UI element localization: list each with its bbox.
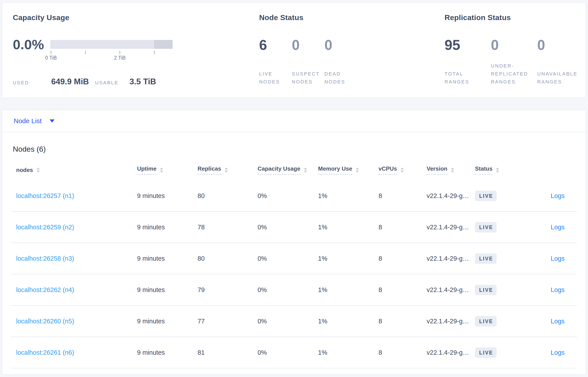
- capacity-used-percent: 0.0%: [13, 37, 46, 52]
- axis-tick-label: 0 TiB: [45, 55, 57, 61]
- node-status-panel: Node Status 6 LIVE NODES 0 SUSPECT NODES…: [259, 13, 445, 98]
- logs-link[interactable]: Logs: [551, 192, 564, 199]
- node-link[interactable]: localhost:26260 (n5): [16, 318, 74, 325]
- memory-cell: 1%: [318, 349, 378, 356]
- capacity-cell: 0%: [258, 255, 318, 262]
- column-header-vcpus[interactable]: vCPUs: [378, 165, 427, 175]
- column-header-replicas[interactable]: Replicas: [198, 165, 258, 175]
- memory-cell: 1%: [318, 286, 378, 294]
- status-badge: LIVE: [475, 347, 497, 358]
- capacity-cell: 0%: [258, 318, 318, 325]
- replicas-cell: 79: [198, 286, 258, 294]
- capacity-bar-reserved: [154, 40, 173, 49]
- sort-icon: [160, 167, 163, 173]
- status-badge: LIVE: [475, 285, 497, 295]
- live-nodes-value: 6: [259, 37, 292, 53]
- logs-link[interactable]: Logs: [551, 224, 564, 231]
- memory-cell: 1%: [318, 255, 378, 262]
- node-list-dropdown[interactable]: Node List: [14, 117, 55, 125]
- axis-tick: [154, 51, 154, 54]
- logs-link[interactable]: Logs: [551, 318, 564, 325]
- total-ranges-value: 95: [445, 37, 488, 53]
- vcpus-cell: 8: [378, 349, 427, 356]
- caret-down-icon: [50, 119, 55, 122]
- axis-tick: [85, 51, 86, 54]
- vcpus-cell: 8: [378, 255, 427, 262]
- replicas-cell: 80: [198, 255, 258, 262]
- unavailable-ranges-label: UNAVAILABLE RANGES: [537, 70, 580, 86]
- dead-nodes-value: 0: [324, 37, 357, 53]
- column-header-status[interactable]: Status: [475, 165, 526, 175]
- capacity-cell: 0%: [258, 224, 318, 231]
- total-ranges-label: TOTAL RANGES: [445, 70, 488, 86]
- uptime-cell: 9 minutes: [137, 349, 198, 356]
- logs-link[interactable]: Logs: [551, 349, 564, 356]
- node-list-dropdown-label: Node List: [14, 117, 42, 125]
- column-header-memory-use[interactable]: Memory Use: [318, 165, 378, 175]
- capacity-cell: 0%: [258, 192, 318, 200]
- node-list-card: Node List Nodes (6) nodes Uptime Replica…: [2, 110, 586, 375]
- under-replicated-ranges-stat: 0 UNDER-REPLICATED RANGES: [491, 37, 537, 86]
- replication-status-stats: 95 TOTAL RANGES 0 UNDER-REPLICATED RANGE…: [445, 37, 586, 86]
- vcpus-cell: 8: [378, 224, 427, 231]
- nodes-table-header-row: nodes Uptime Replicas Capacity Usage Mem…: [11, 160, 577, 180]
- column-header-nodes[interactable]: nodes: [11, 167, 137, 174]
- sort-icon: [304, 167, 307, 173]
- vcpus-cell: 8: [378, 318, 427, 325]
- node-link[interactable]: localhost:26257 (n1): [16, 192, 74, 199]
- replicas-cell: 81: [198, 349, 258, 356]
- node-status-title: Node Status: [259, 13, 445, 22]
- uptime-cell: 9 minutes: [137, 286, 198, 294]
- node-link[interactable]: localhost:26261 (n6): [16, 349, 74, 356]
- dead-nodes-label: DEAD NODES: [324, 70, 357, 86]
- usable-value: 3.5 TiB: [129, 77, 156, 86]
- vcpus-cell: 8: [378, 286, 427, 294]
- column-header-version[interactable]: Version: [427, 165, 475, 175]
- axis-tick: [51, 51, 51, 54]
- column-header-capacity-usage[interactable]: Capacity Usage: [258, 165, 318, 175]
- replication-status-title: Replication Status: [445, 13, 586, 22]
- sort-icon: [356, 167, 359, 173]
- table-row: localhost:26261 (n6) 9 minutes 81 0% 1% …: [11, 337, 577, 368]
- cluster-summary-card: Capacity Usage 0.0% 0 TiB 2 TiB USED 649…: [2, 2, 586, 98]
- table-row: localhost:26260 (n5) 9 minutes 77 0% 1% …: [11, 306, 577, 337]
- uptime-cell: 9 minutes: [137, 224, 198, 231]
- sort-icon: [400, 167, 404, 173]
- replicas-cell: 77: [198, 318, 258, 325]
- under-replicated-ranges-label: UNDER-REPLICATED RANGES: [491, 62, 534, 86]
- capacity-usage-title: Capacity Usage: [13, 13, 259, 22]
- axis-tick: [120, 51, 120, 54]
- logs-link[interactable]: Logs: [551, 255, 564, 262]
- node-link[interactable]: localhost:26259 (n2): [16, 224, 74, 231]
- capacity-cell: 0%: [258, 286, 318, 294]
- nodes-table: nodes Uptime Replicas Capacity Usage Mem…: [11, 160, 577, 368]
- table-row: localhost:26259 (n2) 9 minutes 78 0% 1% …: [11, 212, 577, 243]
- unavailable-ranges-stat: 0 UNAVAILABLE RANGES: [537, 37, 584, 86]
- table-row: localhost:26258 (n3) 9 minutes 80 0% 1% …: [11, 243, 577, 274]
- axis-tick-label: 2 TiB: [114, 55, 126, 61]
- version-cell: v22.1.4-29-g…: [427, 192, 475, 200]
- node-link[interactable]: localhost:26258 (n3): [16, 255, 74, 262]
- column-header-uptime[interactable]: Uptime: [137, 165, 198, 175]
- version-cell: v22.1.4-29-g…: [427, 286, 475, 294]
- status-badge: LIVE: [475, 191, 497, 201]
- capacity-usage-panel: Capacity Usage 0.0% 0 TiB 2 TiB USED 649…: [13, 13, 259, 98]
- capacity-cell: 0%: [258, 349, 318, 356]
- under-replicated-ranges-value: 0: [491, 37, 534, 53]
- nodes-section-title: Nodes (6): [13, 144, 586, 154]
- unavailable-ranges-value: 0: [537, 37, 580, 53]
- node-link[interactable]: localhost:26262 (n4): [16, 286, 74, 293]
- status-badge: LIVE: [475, 253, 497, 264]
- suspect-nodes-stat: 0 SUSPECT NODES: [292, 37, 324, 86]
- table-row: localhost:26262 (n4) 9 minutes 79 0% 1% …: [11, 274, 577, 306]
- replicas-cell: 80: [198, 192, 258, 200]
- usable-label: USABLE: [95, 80, 118, 86]
- memory-cell: 1%: [318, 192, 378, 200]
- dead-nodes-stat: 0 DEAD NODES: [324, 37, 357, 86]
- view-selector-bar: Node List: [2, 110, 586, 132]
- replication-status-panel: Replication Status 95 TOTAL RANGES 0 UND…: [445, 13, 586, 98]
- table-row: localhost:26257 (n1) 9 minutes 80 0% 1% …: [11, 180, 577, 212]
- capacity-bar-chart: 0 TiB 2 TiB: [50, 40, 173, 49]
- logs-link[interactable]: Logs: [551, 286, 564, 293]
- version-cell: v22.1.4-29-g…: [427, 349, 475, 356]
